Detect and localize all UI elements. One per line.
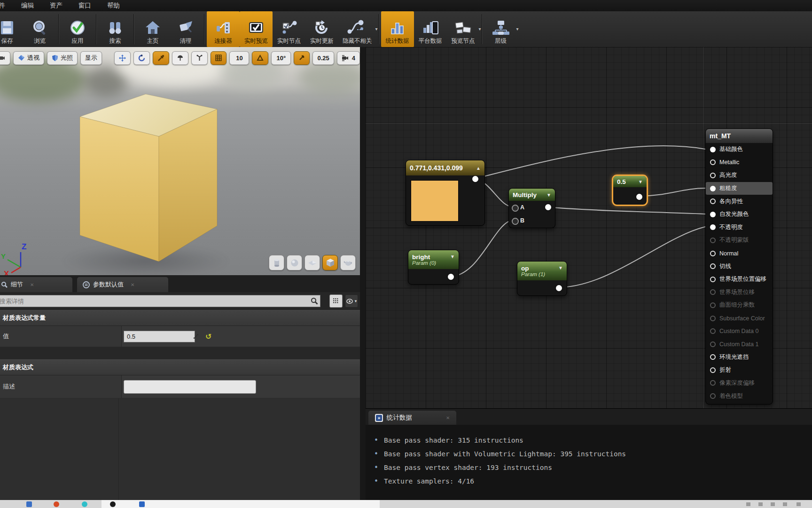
move-tool-button[interactable] xyxy=(114,51,131,65)
node-color-constant[interactable]: 0.771,0.431,0.099 xyxy=(406,160,485,226)
grid-snap-value[interactable]: 10 xyxy=(229,51,249,65)
lighting-mode-button[interactable]: 光照 xyxy=(47,51,78,65)
output-pin[interactable] xyxy=(556,285,562,291)
expand-icon[interactable] xyxy=(450,254,455,259)
display-filter-button[interactable]: ▾ xyxy=(345,294,358,308)
pin-icon[interactable] xyxy=(710,147,716,152)
color-swatch[interactable] xyxy=(411,180,459,222)
grid-snap-toggle[interactable] xyxy=(211,51,226,65)
pin-icon[interactable] xyxy=(710,367,716,373)
shape-cylinder-button[interactable] xyxy=(269,255,284,270)
pin-row-world-position-offset[interactable]: 世界场景位置偏移 xyxy=(706,273,773,286)
coordinate-system-button[interactable] xyxy=(191,51,208,65)
camera-speed-button[interactable]: 4 xyxy=(337,51,360,65)
pin-row-emissive-color[interactable]: 自发光颜色 xyxy=(706,208,773,221)
property-matrix-button[interactable] xyxy=(329,294,343,308)
tray-icon[interactable] xyxy=(758,502,763,506)
scale-snap-value[interactable]: 0.25 xyxy=(312,51,334,65)
search-details-input[interactable] xyxy=(0,295,320,307)
taskbar-app-icon[interactable] xyxy=(139,501,145,507)
node-param-op[interactable]: op Param (1) xyxy=(517,261,567,296)
taskbar-app-icon[interactable] xyxy=(82,501,87,507)
section-material-expression[interactable]: 材质表达式 xyxy=(0,359,360,375)
pin-icon[interactable] xyxy=(710,251,716,256)
shape-sphere-button[interactable] xyxy=(287,255,302,270)
hide-unrelated-button[interactable]: 隐藏不相关 xyxy=(338,11,376,47)
shape-plane-button[interactable] xyxy=(304,255,320,270)
pin-icon[interactable] xyxy=(710,186,716,191)
pin-row-normal[interactable]: Normal xyxy=(706,247,773,260)
output-pin[interactable] xyxy=(472,176,478,182)
tray-icon[interactable] xyxy=(771,502,775,506)
node-material-output[interactable]: mt_MT 基础颜色 Metallic 高光度 粗糙度 各向异性 自发光颜色 不… xyxy=(705,128,773,405)
platform-stats-button[interactable]: 平台数据 xyxy=(414,11,447,47)
live-update-button[interactable]: 实时更新 xyxy=(305,11,338,47)
shape-cube-button[interactable] xyxy=(322,255,338,270)
menu-window[interactable]: 窗口 xyxy=(78,1,91,10)
search-button[interactable]: 搜索 xyxy=(99,11,132,47)
pin-icon[interactable] xyxy=(710,263,716,269)
output-pin[interactable] xyxy=(448,274,454,280)
chevron-down-icon[interactable] xyxy=(516,26,518,32)
clean-button[interactable]: 清理 xyxy=(169,11,202,47)
live-preview-toggle-button[interactable]: 实时预览 xyxy=(240,11,273,47)
node-multiply[interactable]: Multiply A B xyxy=(508,188,555,228)
panel-divider[interactable] xyxy=(360,47,366,500)
expand-icon[interactable] xyxy=(558,265,563,270)
shape-teapot-button[interactable] xyxy=(340,255,356,270)
taskbar-app-icon[interactable] xyxy=(26,501,32,507)
angle-snap-value[interactable]: 10° xyxy=(271,51,291,65)
close-icon[interactable] xyxy=(30,282,34,287)
tab-stats[interactable]: » 统计数据 xyxy=(368,411,456,425)
expand-icon[interactable] xyxy=(638,179,643,184)
pin-row-tangent[interactable]: 切线 xyxy=(706,260,773,273)
expand-icon[interactable] xyxy=(547,192,551,198)
pin-row-opacity[interactable]: 不透明度 xyxy=(706,221,773,234)
menu-file[interactable]: 文件 xyxy=(0,1,5,10)
close-icon[interactable] xyxy=(446,415,450,421)
menu-asset[interactable]: 资产 xyxy=(50,1,62,10)
pin-row-refraction[interactable]: 折射 xyxy=(706,364,773,377)
perspective-mode-button[interactable]: 透视 xyxy=(13,51,44,65)
material-graph-canvas[interactable]: 0.771,0.431,0.099 Multiply A B 0.5 xyxy=(366,47,812,408)
browse-button[interactable]: 浏览 xyxy=(23,11,56,47)
section-material-expression-constant[interactable]: 材质表达式常量 xyxy=(0,310,360,326)
tray-icon[interactable] xyxy=(746,502,750,506)
show-menu-button[interactable]: 显示 xyxy=(80,51,102,65)
chevron-down-icon[interactable] xyxy=(478,26,481,32)
scale-tool-button[interactable] xyxy=(153,51,169,65)
pin-row-anisotropy[interactable]: 各向异性 xyxy=(706,195,773,208)
value-drag-handle[interactable] xyxy=(193,333,199,339)
viewport-options-button[interactable] xyxy=(0,51,10,65)
connectors-toggle-button[interactable]: 连接器 xyxy=(207,11,240,47)
output-pin[interactable] xyxy=(636,194,642,200)
value-input[interactable] xyxy=(124,331,195,342)
pin-icon[interactable] xyxy=(710,198,716,204)
chevron-down-icon[interactable] xyxy=(375,26,377,32)
pin-icon[interactable] xyxy=(710,277,716,282)
save-button[interactable]: 保存 xyxy=(0,11,23,47)
taskbar-app-icon[interactable] xyxy=(110,501,116,507)
preview-viewport[interactable]: 透视 光照 显示 10 10° 0.25 4 xyxy=(0,47,360,275)
pin-icon[interactable] xyxy=(710,173,716,178)
taskbar-app-icon[interactable] xyxy=(54,501,59,507)
pin-icon[interactable] xyxy=(710,354,716,360)
tab-parameter-defaults[interactable]: 参数默认值 xyxy=(77,277,168,292)
preview-node-button[interactable]: 预览节点 xyxy=(447,11,480,47)
pin-icon[interactable] xyxy=(710,224,716,230)
angle-snap-toggle[interactable] xyxy=(252,51,268,65)
output-pin[interactable] xyxy=(545,204,551,210)
rotate-tool-button[interactable] xyxy=(133,51,150,65)
input-pin-b[interactable] xyxy=(512,218,519,225)
pin-icon[interactable] xyxy=(710,212,716,217)
node-constant-05[interactable]: 0.5 xyxy=(612,175,648,206)
description-input[interactable] xyxy=(124,380,256,394)
tray-icon[interactable] xyxy=(783,502,787,506)
pin-row-specular[interactable]: 高光度 xyxy=(706,169,773,182)
pin-icon[interactable] xyxy=(710,159,716,165)
home-button[interactable]: 主页 xyxy=(136,11,169,47)
menu-edit[interactable]: 编辑 xyxy=(21,1,34,10)
live-nodes-button[interactable]: 实时节点 xyxy=(273,11,305,47)
hierarchy-button[interactable]: 层级 xyxy=(484,11,517,47)
surface-snap-button[interactable] xyxy=(172,51,188,65)
